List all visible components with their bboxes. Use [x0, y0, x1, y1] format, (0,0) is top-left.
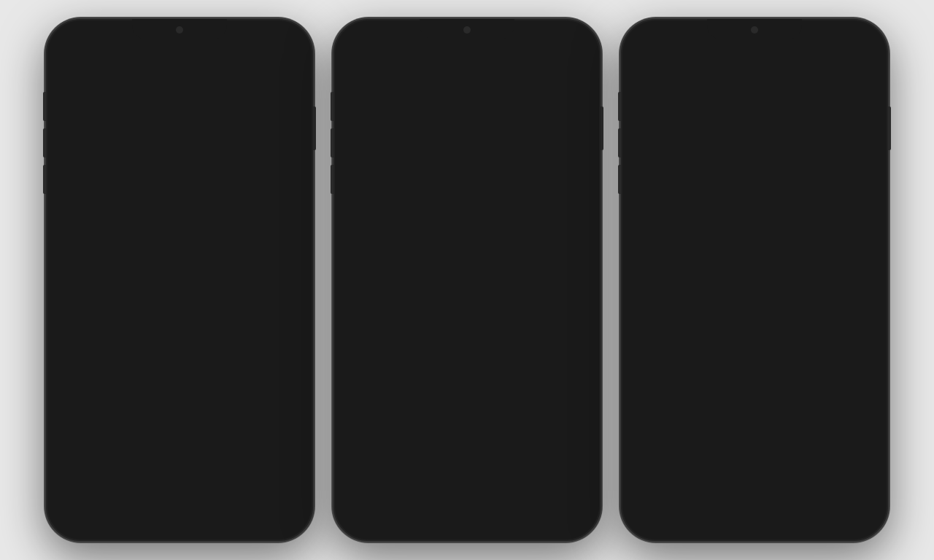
camera-icon-3[interactable]: 📷	[828, 58, 843, 71]
book-item[interactable]: ALEXTREBEK The Answer Is...: Reflections…	[53, 281, 306, 352]
nav-home-2[interactable]: ⌂ Home	[354, 502, 374, 526]
book-info: Incomparable by Brie Bella ★★★★ 4.10 · 3…	[113, 361, 294, 419]
book-info: The Answer Is...: Reflections on My Life…	[113, 290, 294, 343]
svg-rect-1	[276, 36, 288, 41]
book-cover-whynotme: WHY NOT ME?	[65, 438, 104, 491]
preview-button[interactable]: PREVIEW	[113, 257, 171, 272]
book-item[interactable]: RONCHERNOW ALEXANDERHAMILTON Alexander H…	[53, 121, 306, 192]
nav-home-label-1: Home	[66, 518, 86, 526]
book-cover-tell: TELL ME AN ENDING	[460, 178, 497, 229]
nav-mybooks-label-2: My Books	[400, 518, 432, 526]
mybooks-icon-1: 📚	[120, 501, 136, 517]
section-arrow-reading-2: ›	[580, 408, 584, 423]
search-actions-3: 📷 🔔	[828, 58, 865, 71]
section-header-reading-2[interactable]: Because you're reading Is Everyone Hangi…	[341, 396, 593, 434]
search-bar-2[interactable]: 🔍 📷 🔔	[350, 52, 584, 77]
nav-more-label-1: More	[276, 518, 293, 526]
bell-icon-3[interactable]: 🔔	[850, 58, 865, 71]
nav-more-2[interactable]: ≡ More	[563, 502, 580, 526]
article-section-2: Readers' Most Anticipated Speculative Fi…	[341, 242, 593, 298]
nav-more-label-3: More	[851, 518, 868, 526]
home-indicator-2	[431, 526, 503, 529]
svg-rect-8	[865, 37, 866, 40]
genre-card-romance[interactable]: Romance	[717, 105, 792, 156]
battery-icon-2	[563, 34, 579, 44]
genre-card-fantasy[interactable]: Fantasy	[796, 105, 871, 156]
feature-books-2: HOW HIGH WE GO IN THE DARK TELL ME AN EN…	[418, 178, 539, 229]
menu-button-1[interactable]: ···	[282, 50, 294, 67]
shelf-book-1[interactable]	[350, 327, 401, 396]
nav-more-1[interactable]: ≡ More	[276, 502, 293, 526]
shelf-book-3[interactable]	[463, 327, 514, 396]
back-button[interactable]: ‹	[65, 50, 70, 67]
nav-discover-2[interactable]: ◎ Discover	[459, 501, 487, 526]
search-input-2[interactable]	[374, 59, 536, 70]
discover-icon-3: ◎	[754, 501, 766, 517]
sort-value[interactable]: POSITION	[119, 76, 161, 85]
genre-card-classics[interactable]: Classics	[638, 105, 713, 156]
book-cover-incomparable: INCOMPARABLE	[65, 361, 104, 413]
genre-card-youngadult[interactable]: Young Adult	[796, 160, 871, 211]
nav-mybooks-3[interactable]: 📚 My Books	[687, 501, 719, 526]
rating-value: 4.18	[155, 159, 171, 168]
phone-1-header: ‹ Want to Read ···	[53, 47, 306, 73]
search-bar-3[interactable]: 🔍 📷 🔔	[637, 52, 872, 77]
nav-search-3[interactable]: 🔍 Search	[801, 501, 825, 526]
section-header-enjoyed-2[interactable]: Because you enjoyed Steve & Me ›	[341, 298, 593, 327]
svg-rect-5	[577, 37, 579, 40]
nav-home-label-3: Home	[641, 518, 661, 526]
shelf-book-2[interactable]	[406, 327, 458, 396]
battery-icon-1	[275, 34, 291, 44]
book-title: Incomparable	[113, 361, 294, 374]
ad-banner-2[interactable]: 🏆 See the winners of the Goodreads Choic…	[350, 92, 584, 130]
signal-icon-3: ▪▪▪	[825, 35, 834, 44]
nav-discover-label-3: Discover	[746, 518, 775, 526]
nav-more-3[interactable]: ≡ More	[851, 502, 868, 526]
signal-icon-1: ▪▪▪	[250, 35, 259, 44]
nav-mybooks-1[interactable]: 📚 My Books	[112, 501, 144, 526]
preview-button[interactable]: PREVIEW	[113, 405, 171, 420]
nav-home-1[interactable]: ⌂ Home	[66, 502, 86, 526]
nav-home-3[interactable]: ⌂ Home	[641, 502, 661, 526]
book-author: by Brie Bella	[113, 377, 294, 387]
deco-circle-2	[393, 141, 422, 171]
goodreads-logo-2: goodreads	[533, 106, 574, 115]
ad-text-2: See the winners of the Goodreads Choice …	[390, 101, 526, 121]
article-title-2[interactable]: Readers' Most Anticipated Speculative Fi…	[350, 249, 584, 279]
camera-icon-2[interactable]: 📷	[541, 58, 555, 71]
phone-1: 11:53 ▪▪▪ ‹ Want to Read ···	[45, 18, 314, 542]
home-icon-1: ⌂	[72, 502, 80, 517]
nav-search-1[interactable]: 🔍 Search	[226, 501, 250, 526]
book-item[interactable]: WHY NOT ME? Why Not Me? by Mindy Kaling …	[53, 429, 306, 494]
rating-value: 3.90	[148, 467, 163, 476]
phone-1-screen: 11:53 ▪▪▪ ‹ Want to Read ···	[53, 26, 306, 534]
search-nav-icon-2: 🔍	[517, 501, 533, 517]
nav-search-label-3: Search	[801, 518, 825, 526]
time-2: 11:53	[355, 34, 379, 44]
stars-icon: ★★★★	[113, 390, 145, 400]
book-item[interactable]: INCOMPARABLE Incomparable by Brie Bella …	[53, 352, 306, 429]
genre-card-fiction[interactable]: Fiction	[638, 160, 713, 211]
book-author: by Stephanie Dray	[113, 229, 294, 239]
reverse-button[interactable]: ↑ REVERSE	[250, 76, 294, 85]
explore-all-button[interactable]: EXPLORE ALL GENRES	[638, 223, 871, 251]
status-icons-2: ▪▪▪	[538, 34, 579, 44]
search-input-3[interactable]	[661, 59, 824, 70]
book-rating: ★★★★ 3.90 · 199,431 ratings · 2016	[113, 467, 294, 477]
book-rating: ★★★★½ 4.27 · 37,960 ratings · 2018	[113, 242, 294, 252]
svg-rect-4	[563, 36, 576, 41]
phone-3-screen: 11:53 ▪▪▪ 🔍 📷 🔔	[628, 26, 881, 534]
feature-banner-2[interactable]: HOW HIGH WE GO IN THE DARK TELL ME AN EN…	[350, 134, 584, 236]
shelf-book-4[interactable]	[520, 327, 571, 396]
book-title: Why Not Me?	[113, 438, 294, 451]
rating-value: 4.10	[148, 391, 163, 400]
ad-icon-2: 🏆	[360, 99, 383, 122]
nav-discover-3[interactable]: ◎ Discover	[746, 501, 775, 526]
bell-icon-2[interactable]: 🔔	[563, 58, 577, 71]
search-icon-3: 🔍	[644, 59, 657, 71]
genre-card-nonfiction[interactable]: Non-Fiction	[717, 160, 792, 211]
nav-discover-1[interactable]: ◎ Discover	[171, 501, 200, 526]
nav-mybooks-2[interactable]: 📚 My Books	[400, 501, 432, 526]
book-item[interactable]: MY DEARHAMILTON My Dear Hamilton: A Nove…	[53, 192, 306, 281]
nav-search-2[interactable]: 🔍 Search	[514, 501, 537, 526]
